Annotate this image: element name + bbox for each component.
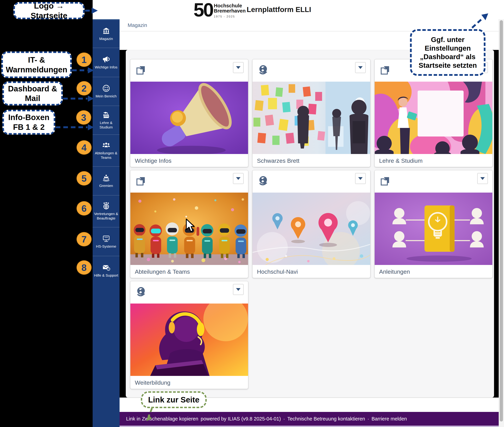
committee-icon <box>102 174 110 182</box>
chevron-down-icon <box>358 177 363 180</box>
sidebar-item-label: Abteilungen & Teams <box>93 151 119 160</box>
chevron-down-icon <box>236 288 240 291</box>
card-hochschul-navi[interactable]: Hochschul-Navi <box>252 170 371 278</box>
scrollbar-thumb[interactable] <box>500 20 503 421</box>
folder-icon <box>380 64 391 76</box>
logo-line1: Hochschule <box>214 3 246 8</box>
sidebar-item-mein-bereich[interactable]: Mein Bereich <box>93 77 120 106</box>
footer-accent-strip <box>120 426 499 427</box>
annotation-info-boxen: Info-Boxen FB 1 & 2 <box>2 110 55 135</box>
card-actions-dropdown[interactable] <box>233 62 244 73</box>
card-title[interactable]: Abteilungen & Teams <box>130 265 248 278</box>
annotation-badge-1: 1 <box>77 53 92 67</box>
books-graduation-icon <box>102 111 110 119</box>
card-weiterbildung[interactable]: Weiterbildung <box>130 281 248 389</box>
footer-powered-by[interactable]: powered by ILIAS (v9.8 2025-04-01) <box>201 416 281 422</box>
hochschule-bremerhaven-logo[interactable]: 50 Hochschule Bremerhaven 1975 - 2025 <box>194 1 248 19</box>
annotated-screenshot-canvas: 50 Hochschule Bremerhaven 1975 - 2025 Le… <box>0 0 504 427</box>
card-title[interactable]: Schwarzes Brett <box>253 154 370 167</box>
folder-icon <box>136 175 147 186</box>
footer-separator: · <box>283 416 285 422</box>
card-image-map-pins <box>253 193 370 265</box>
annotation-logo-callout: Logo → Startseite <box>13 2 85 19</box>
card-actions-dropdown[interactable] <box>355 173 366 184</box>
users-icon <box>102 141 110 149</box>
sidebar-item-label: HS-Systeme <box>93 244 119 249</box>
card-actions-dropdown[interactable] <box>233 284 244 295</box>
folder-icon <box>380 175 391 186</box>
card-image-sticky-notes <box>253 82 370 154</box>
card-title[interactable]: Anleitungen <box>375 265 492 278</box>
logo-50: 50 <box>194 2 213 18</box>
annotation-badge-3: 3 <box>76 110 91 125</box>
annotation-badge-8: 8 <box>77 260 92 275</box>
footer-copy-link[interactable]: Link in Zwischenablage kopieren <box>126 416 198 422</box>
sidebar-item-label: Lehre & Studium <box>93 121 119 130</box>
footer-bar: Link in Zwischenablage kopieren powered … <box>120 412 499 426</box>
mouse-cursor <box>185 219 195 233</box>
card-wichtige-infos[interactable]: Wichtige Infos <box>130 59 248 167</box>
footer-separator: · <box>367 416 369 422</box>
sidebar-item-label: Hilfe & Support <box>93 273 119 278</box>
card-image-lightbulb-orgchart <box>375 193 492 265</box>
main-sidebar: Magazin Wichtige Infos Mein Bereich Lehr… <box>93 19 120 427</box>
logo-years: 1975 - 2025 <box>214 14 246 19</box>
chevron-down-icon <box>236 66 240 69</box>
top-header: 50 Hochschule Bremerhaven 1975 - 2025 Le… <box>93 0 504 19</box>
sidebar-item-hilfe-support[interactable]: ? Hilfe & Support <box>93 256 120 285</box>
card-title[interactable]: Lehre & Studium <box>375 154 492 167</box>
card-title[interactable]: Hochschul-Navi <box>253 265 370 278</box>
annotation-dashboard-mail: Dashboard & Mail <box>2 82 63 106</box>
annotation-badge-4: 4 <box>77 140 92 155</box>
card-actions-dropdown[interactable] <box>355 62 366 73</box>
weblink-icon <box>258 64 269 76</box>
annotation-it-warnmeldungen: IT- & Warnmeldungen <box>1 52 72 78</box>
card-anleitungen[interactable]: Anleitungen <box>374 170 493 278</box>
annotation-badge-7: 7 <box>77 232 92 246</box>
sidebar-item-label: Wichtige Infos <box>93 65 119 69</box>
sidebar-item-label: Magazin <box>93 37 119 41</box>
card-image-headphones <box>130 304 248 376</box>
card-title[interactable]: Weiterbildung <box>130 376 248 389</box>
sidebar-item-wichtige-infos[interactable]: Wichtige Infos <box>93 48 120 77</box>
page-title: Lernplattform ELLI <box>247 0 311 19</box>
chevron-down-icon <box>480 177 485 180</box>
card-schwarzes-brett[interactable]: Schwarzes Brett <box>252 59 371 167</box>
annotation-dashboard-startseite: Ggf. unter Einstellungen „Dashboard“ als… <box>410 29 486 76</box>
footer-support-link[interactable]: Technische Betreuung kontaktieren <box>287 416 365 422</box>
annotation-badge-5: 5 <box>77 171 92 186</box>
smiley-icon <box>102 84 110 92</box>
annotation-badge-2: 2 <box>77 81 92 96</box>
weblink-icon <box>258 175 269 186</box>
svg-text:?: ? <box>108 268 109 270</box>
svg-text:***: *** <box>104 236 108 240</box>
sidebar-item-abteilungen-teams[interactable]: Abteilungen & Teams <box>93 135 120 167</box>
megaphone-icon <box>102 55 110 63</box>
logo-line2: Bremerhaven <box>214 8 246 13</box>
card-image-megaphone <box>130 82 248 154</box>
card-image-presentation <box>375 82 492 154</box>
chevron-down-icon <box>358 66 363 69</box>
annotation-link-zur-seite: Link zur Seite <box>141 391 207 408</box>
annotation-badge-6: 6 <box>77 201 92 216</box>
folder-icon <box>136 64 147 76</box>
sidebar-item-label: Gremien <box>93 183 119 188</box>
card-actions-dropdown[interactable] <box>477 173 488 184</box>
sidebar-item-label: Mein Bereich <box>93 94 119 99</box>
weblink-icon <box>136 286 147 297</box>
chevron-down-icon <box>236 177 240 180</box>
monitor-icon: *** <box>102 235 110 243</box>
sidebar-item-magazin[interactable]: Magazin <box>93 20 120 48</box>
bank-icon <box>102 27 110 35</box>
sidebar-item-gremien[interactable]: Gremien <box>93 167 120 196</box>
breadcrumb[interactable]: Magazin <box>128 22 147 28</box>
globe-users-icon <box>102 202 110 210</box>
mail-help-icon: ? <box>102 264 110 271</box>
sidebar-item-label: Vertretungen & Beauftragte <box>93 212 119 221</box>
card-title[interactable]: Wichtige Infos <box>130 154 248 167</box>
sidebar-item-vertretungen[interactable]: Vertretungen & Beauftragte <box>93 196 120 227</box>
sidebar-item-hs-systeme[interactable]: *** HS-Systeme <box>93 227 120 256</box>
footer-barrier-link[interactable]: Barriere melden <box>372 416 407 422</box>
sidebar-item-lehre-studium[interactable]: Lehre & Studium <box>93 106 120 135</box>
card-actions-dropdown[interactable] <box>233 173 244 184</box>
